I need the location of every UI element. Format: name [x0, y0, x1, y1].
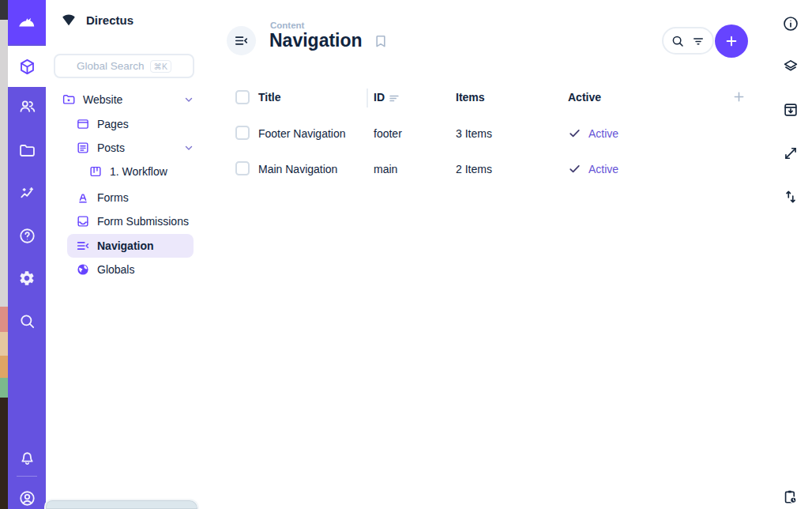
- module-bar-divider: [17, 476, 37, 477]
- inbox-icon: [76, 214, 90, 228]
- folder-icon: [18, 141, 36, 160]
- window-icon: [76, 117, 90, 131]
- page-title: Navigation: [269, 30, 363, 51]
- row-checkbox[interactable]: [235, 126, 250, 140]
- search-filter-pill: [662, 27, 714, 55]
- collapse-sidebar-button[interactable]: [227, 26, 256, 55]
- sidebar-item-posts[interactable]: Posts: [46, 136, 205, 160]
- module-file-library[interactable]: [8, 131, 46, 169]
- navigation-sidebar: Directus Global Search ⌘K Website Pages: [46, 0, 205, 509]
- bookmark-icon[interactable]: [373, 33, 389, 49]
- column-header-id[interactable]: ID: [374, 91, 385, 104]
- sort-indicator-icon[interactable]: [389, 92, 400, 104]
- plus-icon: [724, 33, 739, 49]
- directus-rabbit-icon: [17, 12, 37, 32]
- active-status-label: Active: [588, 127, 618, 140]
- sidebar-item-workflow[interactable]: 1. Workflow: [46, 160, 205, 183]
- directus-logo-button[interactable]: [8, 0, 46, 44]
- sidebar-item-form-submissions[interactable]: Form Submissions: [46, 209, 205, 233]
- column-header-title[interactable]: Title: [258, 91, 281, 104]
- menu-open-icon: [76, 239, 90, 253]
- check-icon: [568, 162, 581, 175]
- sidebar-item-label: Website: [83, 93, 122, 106]
- sidebar-item-label: 1. Workflow: [110, 165, 167, 178]
- search-icon[interactable]: [671, 34, 685, 48]
- sync-disabled-icon[interactable]: [782, 145, 799, 162]
- account-button[interactable]: [8, 479, 46, 509]
- global-search-placeholder: Global Search: [77, 60, 145, 72]
- cell-id: main: [374, 163, 397, 175]
- chevron-down-icon[interactable]: [183, 136, 194, 160]
- project-name: Directus: [86, 13, 133, 27]
- sidebar-item-globals[interactable]: Globals: [46, 258, 205, 281]
- bell-icon: [18, 448, 36, 466]
- sidebar-item-label: Form Submissions: [97, 215, 189, 228]
- cell-items: 3 Items: [456, 127, 492, 140]
- add-column-icon[interactable]: [731, 89, 746, 104]
- module-search[interactable]: [8, 302, 46, 340]
- column-header-items[interactable]: Items: [456, 91, 485, 104]
- project-logo-icon: [60, 11, 77, 28]
- help-icon: [18, 227, 36, 245]
- insights-icon: [18, 185, 36, 203]
- info-icon[interactable]: [782, 15, 799, 32]
- chevron-down-icon[interactable]: [183, 88, 194, 111]
- directus-app-window: Directus Global Search ⌘K Website Pages: [0, 0, 812, 509]
- module-content[interactable]: [8, 46, 46, 87]
- select-all-checkbox[interactable]: [235, 90, 250, 104]
- column-header-active[interactable]: Active: [568, 91, 601, 104]
- cell-items: 2 Items: [456, 163, 492, 175]
- notifications-button[interactable]: [8, 438, 46, 476]
- import-box-icon[interactable]: [782, 101, 799, 119]
- module-insights[interactable]: [8, 175, 46, 213]
- create-item-button[interactable]: [715, 25, 748, 58]
- swap-vert-icon[interactable]: [782, 188, 799, 205]
- row-checkbox[interactable]: [235, 161, 250, 175]
- bottom-overlay-popup: [44, 499, 199, 509]
- sidebar-item-label: Globals: [97, 263, 134, 276]
- cube-icon: [18, 58, 36, 76]
- menu-open-icon: [234, 33, 249, 48]
- cell-active: Active: [568, 126, 618, 140]
- magnifier-icon: [18, 312, 36, 330]
- people-icon: [18, 97, 36, 115]
- breadcrumb[interactable]: Content: [270, 21, 304, 30]
- sidebar-item-label: Navigation: [97, 239, 154, 252]
- sidebar-item-website[interactable]: Website: [46, 88, 205, 111]
- module-documentation[interactable]: [8, 217, 46, 254]
- search-shortcut-badge: ⌘K: [150, 60, 172, 73]
- sidebar-item-label: Pages: [97, 118, 129, 130]
- cell-title: Main Navigation: [258, 163, 337, 175]
- module-settings[interactable]: [8, 259, 46, 297]
- global-search-input[interactable]: Global Search ⌘K: [54, 54, 194, 78]
- active-status-label: Active: [588, 163, 618, 175]
- layers-icon[interactable]: [782, 58, 799, 75]
- clipboard-clock-icon[interactable]: [782, 488, 799, 506]
- sidebar-item-navigation[interactable]: Navigation: [67, 234, 194, 258]
- project-header[interactable]: Directus: [60, 11, 133, 28]
- article-icon: [76, 141, 90, 155]
- avatar-icon: [18, 489, 36, 507]
- column-divider: [367, 89, 368, 107]
- sidebar-item-forms[interactable]: Forms: [46, 186, 205, 209]
- sidebar-item-pages[interactable]: Pages: [46, 112, 205, 136]
- cell-title: Footer Navigation: [258, 127, 346, 140]
- gear-icon: [18, 270, 36, 287]
- cell-id: footer: [374, 127, 402, 140]
- globe-icon: [76, 262, 90, 277]
- check-icon: [568, 126, 581, 140]
- sidebar-item-label: Forms: [97, 191, 129, 204]
- kanban-icon: [88, 164, 103, 179]
- folder-star-icon: [62, 92, 76, 107]
- sidebar-item-label: Posts: [97, 141, 125, 154]
- module-bar: [8, 0, 46, 509]
- filter-icon[interactable]: [691, 34, 705, 48]
- cell-active: Active: [568, 162, 618, 175]
- module-user-directory[interactable]: [8, 87, 46, 125]
- text-a-icon: [76, 190, 90, 205]
- background-window-sliver: [0, 0, 8, 509]
